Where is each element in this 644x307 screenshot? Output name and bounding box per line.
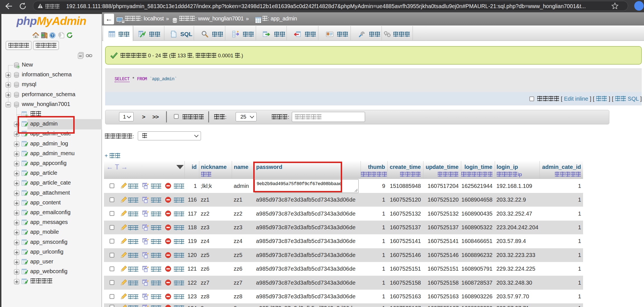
svg-text:?: ? bbox=[51, 33, 54, 37]
